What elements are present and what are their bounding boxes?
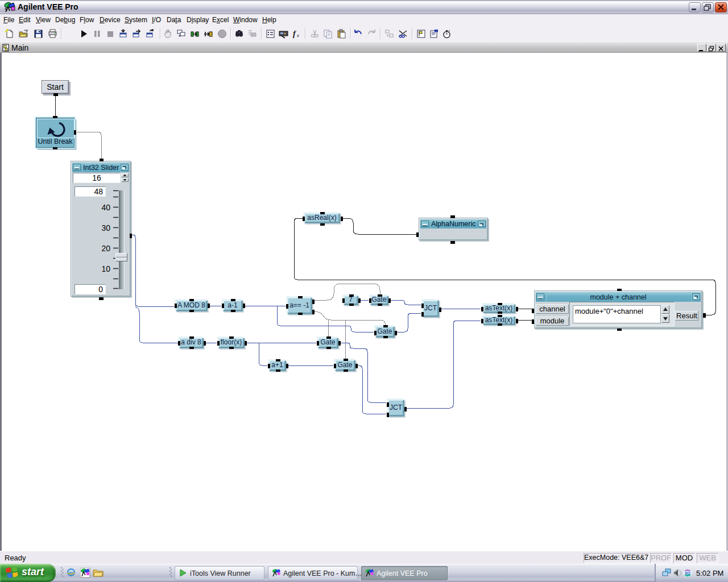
svg-text:x: x — [296, 32, 299, 38]
svg-text:XO: XO — [685, 571, 691, 575]
svg-text:f: f — [293, 30, 296, 38]
